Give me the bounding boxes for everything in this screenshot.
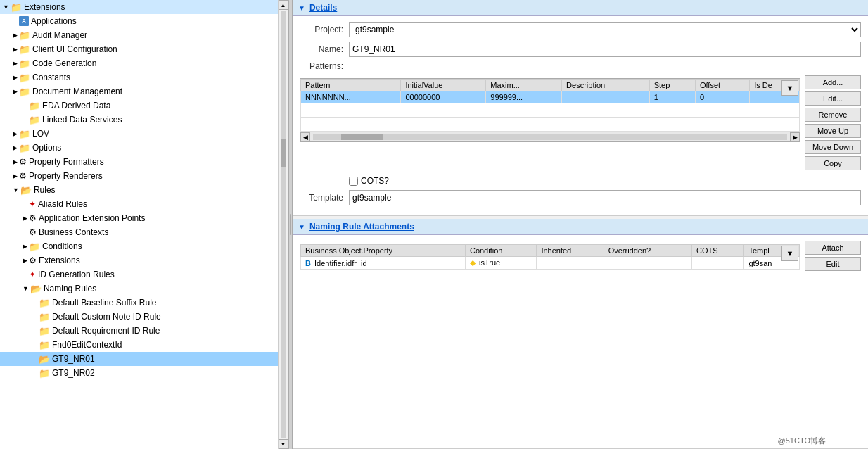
tree-item-lov[interactable]: ▶ 📁 LOV	[0, 127, 288, 141]
tree-item-fnd0edit[interactable]: ▶ 📁 Fnd0EditContextId	[0, 338, 288, 352]
scroll-down-arrow[interactable]: ▼	[279, 439, 288, 449]
tree-item-alias-rules[interactable]: ▶ ✦ AliasId Rules	[0, 197, 288, 211]
expand-arrow: ▼	[13, 186, 19, 194]
expand-arrow: ▶	[23, 257, 27, 264]
tree-item-prop-rend[interactable]: ▶ ⚙ Property Renderers	[0, 169, 288, 183]
attachments-section-header[interactable]: ▼ Naming Rule Attachments	[293, 219, 868, 235]
tree-label: Rules	[34, 185, 56, 195]
attach-edit-button[interactable]: Edit	[805, 257, 861, 271]
hscroll-right-arrow[interactable]: ▶	[790, 132, 800, 142]
folder-icon: 📁	[39, 312, 50, 322]
folder-icon: 📁	[19, 58, 30, 69]
tree-item-constants[interactable]: ▶ 📁 Constants	[0, 70, 288, 84]
patterns-label: Patterns:	[300, 61, 349, 71]
col-cots: COTS	[692, 245, 744, 257]
filter-button[interactable]: ▼	[781, 80, 798, 96]
tree-item-default-custom[interactable]: ▶ 📁 Default Custom Note ID Rule	[0, 310, 288, 324]
details-section-header[interactable]: ▼ Details	[293, 0, 868, 16]
col-overridden: Overridden?	[604, 245, 691, 257]
tree-label: Document Management	[32, 87, 122, 96]
col-initial: InitialValue	[401, 80, 486, 91]
tree-item-eda[interactable]: ▶ 📁 EDA Derived Data	[0, 99, 288, 113]
folder-icon: 📁	[29, 115, 40, 125]
tree-label: Default Baseline Suffix Rule	[52, 298, 157, 308]
table-row[interactable]: NNNNNNN... 00000000 999999... 1 0	[301, 91, 800, 103]
attach-filter-button[interactable]: ▼	[781, 246, 798, 261]
gear-icon: ⚙	[29, 213, 37, 223]
attachments-label: Naming Rule Attachments	[309, 222, 414, 232]
expand-arrow: ▶	[13, 60, 18, 67]
expand-arrow: ▶	[13, 158, 18, 165]
cots-label: COTS?	[361, 176, 389, 186]
name-label: Name:	[300, 44, 349, 54]
tree-item-prop-fmt[interactable]: ▶ ⚙ Property Formatters	[0, 155, 288, 169]
tree-item-app-ext-pts[interactable]: ▶ ⚙ Application Extension Points	[0, 211, 288, 225]
folder-icon: 📁	[19, 30, 30, 41]
name-input[interactable]	[349, 42, 861, 57]
tree-item-biz-ctx[interactable]: ▶ ⚙ Business Contexts	[0, 225, 288, 239]
tree-item-id-gen[interactable]: ▶ ✦ ID Generation Rules	[0, 267, 288, 282]
scroll-up-arrow[interactable]: ▲	[279, 0, 288, 10]
tree-label: ID Generation Rules	[38, 270, 115, 279]
tree-label: Constants	[32, 72, 70, 82]
tree-item-linked-data[interactable]: ▶ 📁 Linked Data Services	[0, 113, 288, 127]
tree-label: Property Renderers	[29, 171, 103, 181]
tree-item-rules[interactable]: ▼ 📂 Rules	[0, 183, 288, 197]
tree-label: Default Custom Note ID Rule	[52, 312, 161, 322]
attach-button[interactable]: Attach	[805, 241, 861, 255]
table-row-empty1	[301, 103, 800, 118]
move-down-button[interactable]: Move Down	[805, 140, 861, 154]
tree-item-default-baseline[interactable]: ▶ 📁 Default Baseline Suffix Rule	[0, 296, 288, 310]
tree-item-audit[interactable]: ▶ 📁 Audit Manager	[0, 28, 288, 42]
tree-item-doc-mgmt[interactable]: ▶ 📁 Document Management	[0, 84, 288, 99]
tree-label: GT9_NR02	[52, 368, 95, 378]
collapse-arrow-icon: ▼	[298, 223, 305, 231]
table-row-empty2	[301, 118, 800, 132]
tree-item-options[interactable]: ▶ 📁 Options	[0, 141, 288, 155]
folder-icon: 📁	[39, 340, 50, 350]
pattern-cell: NNNNNNN...	[301, 91, 401, 103]
tree-item-extensions2[interactable]: ▶ ⚙ Extensions	[0, 253, 288, 267]
project-select[interactable]: gt9sample	[349, 22, 861, 37]
edit-button[interactable]: Edit...	[805, 91, 861, 106]
tree-label: GT9_NR01	[52, 354, 95, 364]
gear-icon: ⚙	[19, 171, 27, 181]
tree-item-extensions[interactable]: ▼ 📁 Extensions	[0, 0, 288, 14]
patterns-table: Pattern InitialValue Maxim... Descriptio…	[300, 79, 800, 132]
expand-arrow: ▶	[13, 88, 18, 95]
tree-item-applications[interactable]: ▶ A Applications	[0, 14, 288, 28]
cots-checkbox[interactable]	[349, 177, 358, 186]
move-up-button[interactable]: Move Up	[805, 124, 861, 138]
col-step: Step	[649, 80, 695, 91]
gear-icon: ⚙	[19, 157, 27, 167]
tree-item-client-ui[interactable]: ▶ 📁 Client UI Configuration	[0, 42, 288, 56]
col-cond: Condition	[465, 245, 536, 257]
app-icon: A	[19, 16, 29, 26]
tree-item-conditions[interactable]: ▶ 📁 Conditions	[0, 239, 288, 253]
tree-item-code-gen[interactable]: ▶ 📁 Code Generation	[0, 56, 288, 70]
rule-icon: ✦	[29, 270, 36, 279]
max-cell: 999999...	[486, 91, 562, 103]
expand-arrow: ▶	[13, 32, 18, 39]
copy-button[interactable]: Copy	[805, 156, 861, 170]
folder-icon: 📁	[29, 101, 40, 111]
hscroll-left-arrow[interactable]: ◀	[300, 132, 310, 142]
tree-item-default-req[interactable]: ▶ 📁 Default Requirement ID Rule	[0, 324, 288, 338]
folder-icon: 📁	[11, 2, 22, 13]
tree-item-gt9-nr02[interactable]: ▶ 📁 GT9_NR02	[0, 366, 288, 380]
add-button[interactable]: Add...	[805, 75, 861, 89]
offset-cell: 0	[695, 91, 749, 103]
tree-label: Default Requirement ID Rule	[52, 326, 160, 336]
cond-diamond-icon: ◆	[470, 258, 476, 267]
remove-button[interactable]: Remove	[805, 108, 861, 122]
tree-label: Fnd0EditContextId	[52, 340, 122, 350]
tree-label: Code Generation	[32, 58, 96, 68]
tree-item-naming-rules[interactable]: ▼ 📂 Naming Rules	[0, 282, 288, 296]
initial-cell: 00000000	[401, 91, 486, 103]
attach-table-row[interactable]: B Identifier.idfr_id ◆ isTrue	[301, 257, 800, 270]
tree-item-gt9-nr01[interactable]: ▶ 📂 GT9_NR01	[0, 352, 288, 366]
template-input[interactable]	[349, 190, 861, 205]
tree-label: Client UI Configuration	[32, 44, 117, 54]
inherited-cell	[537, 257, 604, 270]
attachments-table: Business Object.Property Condition Inher…	[300, 244, 800, 270]
